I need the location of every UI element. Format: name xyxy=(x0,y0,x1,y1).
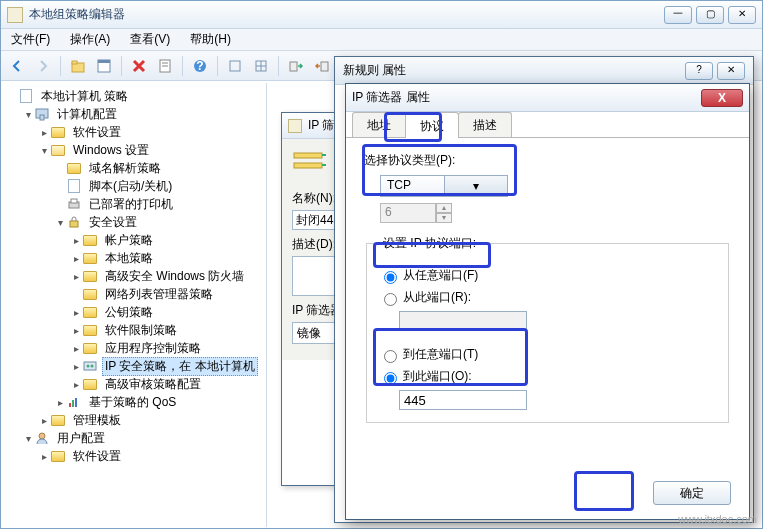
dst-this-radio[interactable] xyxy=(384,372,397,385)
tree-dns[interactable]: 域名解析策略 xyxy=(86,159,164,178)
tree-admintpl[interactable]: 管理模板 xyxy=(70,411,124,430)
tree-usersoft[interactable]: 软件设置 xyxy=(70,447,124,466)
dialog-title: 新规则 属性 xyxy=(343,62,406,79)
props-button[interactable] xyxy=(92,54,116,78)
chevron-down-icon: ▾ xyxy=(444,176,508,196)
svg-rect-18 xyxy=(84,362,96,370)
svg-rect-1 xyxy=(72,61,77,64)
expand-icon[interactable]: ▾ xyxy=(22,109,34,120)
svg-rect-25 xyxy=(294,153,322,158)
tab-protocol[interactable]: 协议 xyxy=(405,112,459,138)
dst-any-radio[interactable] xyxy=(384,350,397,363)
window-title: 本地组策略编辑器 xyxy=(29,6,664,23)
svg-rect-21 xyxy=(69,403,71,407)
tree-audit[interactable]: 高级审核策略配置 xyxy=(102,375,204,394)
svg-rect-11 xyxy=(290,62,297,71)
help-button[interactable]: ? xyxy=(188,54,212,78)
svg-rect-3 xyxy=(98,60,110,63)
dst-port-input[interactable] xyxy=(399,390,527,410)
tab-address[interactable]: 地址 xyxy=(352,112,406,137)
menu-help[interactable]: 帮助(H) xyxy=(180,28,241,51)
svg-rect-23 xyxy=(75,398,77,407)
protocol-type-label: 选择协议类型(P): xyxy=(364,152,731,169)
close-button[interactable]: X xyxy=(701,89,743,107)
src-this-radio[interactable] xyxy=(384,293,397,306)
svg-rect-22 xyxy=(72,400,74,407)
proto-spinner: ▴▾ xyxy=(436,203,452,223)
svg-point-24 xyxy=(39,433,45,439)
ip-filter-properties-dialog: IP 筛选器 属性 X 地址 协议 描述 选择协议类型(P): TCP ▾ 6▴… xyxy=(345,83,750,520)
svg-rect-16 xyxy=(71,199,77,203)
help-button[interactable]: ? xyxy=(685,62,713,80)
tree-pubkey[interactable]: 公钥策略 xyxy=(102,303,156,322)
filter-list-icon xyxy=(292,149,328,179)
dialog-title: IP 筛选器 属性 xyxy=(352,89,701,106)
tree-advfw[interactable]: 高级安全 Windows 防火墙 xyxy=(102,267,247,286)
src-this-label: 从此端口(R): xyxy=(403,289,471,306)
lock-icon xyxy=(66,214,82,230)
policy-icon xyxy=(18,88,34,104)
dialog-titlebar[interactable]: 新规则 属性 ? ✕ xyxy=(335,57,753,85)
qos-icon xyxy=(66,394,82,410)
protocol-value: TCP xyxy=(381,176,444,196)
tree-netlist[interactable]: 网络列表管理器策略 xyxy=(102,285,216,304)
svg-point-19 xyxy=(87,365,90,368)
dst-any-label: 到任意端口(T) xyxy=(403,346,478,363)
menu-file[interactable]: 文件(F) xyxy=(1,28,60,51)
tree-user[interactable]: 用户配置 xyxy=(54,429,108,448)
tab-description[interactable]: 描述 xyxy=(458,112,512,137)
action1-button[interactable] xyxy=(223,54,247,78)
svg-point-20 xyxy=(91,365,94,368)
svg-rect-26 xyxy=(294,163,322,168)
tree-local[interactable]: 本地策略 xyxy=(102,249,156,268)
protocol-number: 6 xyxy=(380,203,436,223)
svg-rect-9 xyxy=(230,61,240,71)
app-icon xyxy=(7,7,23,23)
menu-action[interactable]: 操作(A) xyxy=(60,28,120,51)
svg-rect-14 xyxy=(40,115,44,120)
properties-button[interactable] xyxy=(153,54,177,78)
dialog-titlebar[interactable]: IP 筛选器 属性 X xyxy=(346,84,749,112)
tree-script[interactable]: 脚本(启动/关机) xyxy=(86,177,175,196)
tree-security[interactable]: 安全设置 xyxy=(86,213,140,232)
forward-button[interactable] xyxy=(31,54,55,78)
tree-printers[interactable]: 已部署的打印机 xyxy=(86,195,176,214)
tree-computer[interactable]: 计算机配置 xyxy=(54,105,120,124)
tabstrip: 地址 协议 描述 xyxy=(346,112,749,138)
tree-appctrl[interactable]: 应用程序控制策略 xyxy=(102,339,204,358)
assign-button[interactable] xyxy=(284,54,308,78)
action2-button[interactable] xyxy=(249,54,273,78)
printer-icon xyxy=(66,196,82,212)
tree-swrestrict[interactable]: 软件限制策略 xyxy=(102,321,180,340)
ports-legend: 设置 IP 协议端口: xyxy=(379,235,480,252)
tree-root[interactable]: 本地计算机 策略 xyxy=(38,87,131,106)
dialog-icon xyxy=(288,119,302,133)
delete-button[interactable] xyxy=(127,54,151,78)
close-button[interactable]: ✕ xyxy=(717,62,745,80)
ports-group: 设置 IP 协议端口: 从任意端口(F) 从此端口(R): 到任意端口(T) 到… xyxy=(366,235,729,423)
tree-pane[interactable]: 本地计算机 策略 ▾计算机配置 ▸软件设置 ▾Windows 设置 域名解析策略 xyxy=(2,83,267,527)
src-port-input xyxy=(399,311,527,331)
main-titlebar: 本地组策略编辑器 一 ▢ ✕ xyxy=(1,1,762,29)
svg-rect-12 xyxy=(321,62,328,71)
src-any-radio[interactable] xyxy=(384,271,397,284)
tree-account[interactable]: 帐户策略 xyxy=(102,231,156,250)
close-button[interactable]: ✕ xyxy=(728,6,756,24)
dst-this-label: 到此端口(O): xyxy=(403,368,472,385)
ok-button[interactable]: 确定 xyxy=(653,481,731,505)
menu-view[interactable]: 查看(V) xyxy=(120,28,180,51)
back-button[interactable] xyxy=(5,54,29,78)
tree-software[interactable]: 软件设置 xyxy=(70,123,124,142)
up-button[interactable] xyxy=(66,54,90,78)
tree-qos[interactable]: 基于策略的 QoS xyxy=(86,393,179,412)
svg-text:?: ? xyxy=(196,59,203,73)
svg-rect-17 xyxy=(70,221,78,227)
maximize-button[interactable]: ▢ xyxy=(696,6,724,24)
src-any-label: 从任意端口(F) xyxy=(403,267,478,284)
unassign-button[interactable] xyxy=(310,54,334,78)
minimize-button[interactable]: 一 xyxy=(664,6,692,24)
tree-windows[interactable]: Windows 设置 xyxy=(70,141,152,160)
protocol-combo[interactable]: TCP ▾ xyxy=(380,175,508,197)
tree-ipsec[interactable]: IP 安全策略，在 本地计算机 xyxy=(102,357,258,376)
watermark: www.itxdoc.com xyxy=(678,513,757,525)
